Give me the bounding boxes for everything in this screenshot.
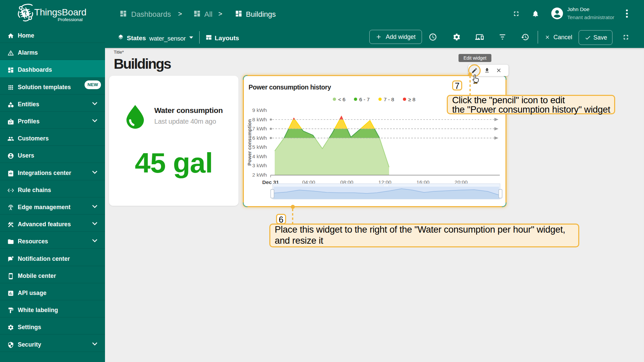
svg-text:Power consumption: Power consumption (247, 119, 252, 166)
svg-text:< 6: < 6 (338, 97, 345, 102)
svg-text:6 kWh: 6 kWh (252, 135, 267, 141)
svg-text:4 kWh: 4 kWh (252, 154, 267, 159)
svg-text:≥ 8: ≥ 8 (408, 97, 415, 102)
svg-text:5 kWh: 5 kWh (252, 144, 267, 150)
svg-text:Power consumption history: Power consumption history (249, 83, 331, 91)
svg-text:6 - 7: 6 - 7 (359, 97, 370, 102)
svg-text:9 kWh: 9 kWh (252, 107, 267, 113)
svg-text:7 kWh: 7 kWh (252, 126, 267, 131)
svg-text:2 kWh: 2 kWh (252, 172, 267, 178)
svg-text:3 kWh: 3 kWh (252, 163, 267, 168)
svg-text:7 - 8: 7 - 8 (384, 97, 394, 102)
svg-text:8 kWh: 8 kWh (252, 117, 267, 122)
